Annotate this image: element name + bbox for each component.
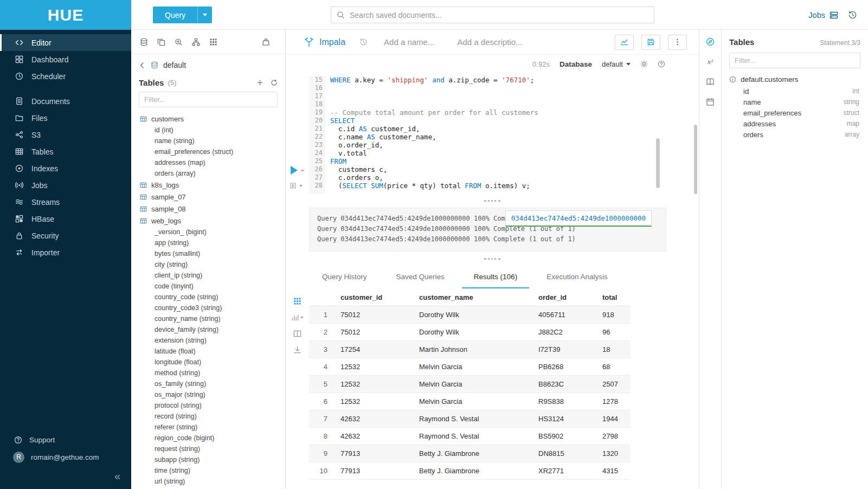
table-cell[interactable]: 18 <box>597 341 631 358</box>
table-row[interactable]: 842632Raymond S. VestalBS59022798 <box>309 428 631 445</box>
table-cell[interactable]: Melvin Garcia <box>414 376 533 393</box>
sidebar-item-files[interactable]: Files <box>0 110 131 126</box>
column-item[interactable]: _version_ (bigint) <box>140 227 285 237</box>
table-row[interactable]: 175012Dorothy Wilk4056711918 <box>309 306 631 324</box>
bag-icon[interactable] <box>262 38 270 46</box>
sidebar-item-hbase[interactable]: HBase <box>0 210 131 227</box>
resize-handle[interactable] <box>286 194 699 208</box>
query-description-field[interactable]: Add a descriptio... <box>457 37 522 47</box>
sidebar-item-dashboard[interactable]: Dashboard <box>0 51 131 68</box>
right-filter-input[interactable] <box>729 53 860 68</box>
column-item[interactable]: ordersarray <box>729 129 860 140</box>
column-item[interactable]: device_family (string) <box>140 324 285 335</box>
table-row[interactable]: 317254Martin JohnsonI72T3918 <box>309 341 631 358</box>
table-cell[interactable]: BS5902 <box>533 428 597 445</box>
column-item[interactable]: url (string) <box>140 476 285 487</box>
tables-filter-input[interactable] <box>139 92 278 107</box>
column-item[interactable]: referer (string) <box>140 422 285 433</box>
query-button[interactable]: Query <box>153 7 197 23</box>
hue-logo[interactable]: HUE <box>0 0 131 30</box>
column-item[interactable]: extension (string) <box>140 335 285 346</box>
column-item[interactable]: os_major (string) <box>140 389 285 400</box>
table-cell[interactable]: Dorothy Wilk <box>414 306 533 324</box>
column-item[interactable]: request (string) <box>140 443 285 454</box>
column-item[interactable]: country_name (string) <box>140 313 285 324</box>
table-row[interactable]: 1077913Betty J. GiambroneXR27714315 <box>309 462 631 480</box>
table-cell[interactable]: 918 <box>597 306 631 324</box>
column-item[interactable]: country_code (string) <box>140 292 285 303</box>
engine-name[interactable]: Impala <box>319 37 345 47</box>
column-item[interactable]: protocol (string) <box>140 400 285 411</box>
table-item[interactable]: k8s_logs <box>140 179 285 191</box>
column-item[interactable]: record (string) <box>140 411 285 422</box>
table-cell[interactable]: 75012 <box>335 324 414 341</box>
docs-icon[interactable] <box>706 78 715 86</box>
database-icon[interactable] <box>140 38 148 46</box>
column-item[interactable]: id (int) <box>140 125 285 136</box>
help-icon[interactable] <box>658 60 665 68</box>
table-cell[interactable]: DN8815 <box>533 445 597 462</box>
column-item[interactable]: longitude (float) <box>140 357 285 368</box>
back-chevron-icon[interactable] <box>139 62 146 69</box>
table-item[interactable]: sample_08 <box>140 203 285 215</box>
table-cell[interactable]: 12532 <box>335 376 414 393</box>
tab-results-106[interactable]: Results (106) <box>462 266 529 288</box>
sidebar-item-tables[interactable]: Tables <box>0 143 131 160</box>
results-grid-icon[interactable] <box>293 297 301 305</box>
table-row[interactable]: 742632Raymond S. VestalHS31241944 <box>309 410 631 428</box>
table-cell[interactable]: PB6268 <box>533 358 597 376</box>
sidebar-item-streams[interactable]: Streams <box>0 194 131 210</box>
sidebar-item-jobs[interactable]: Jobs <box>0 177 131 194</box>
tab-saved-queries[interactable]: Saved Queries <box>384 266 456 288</box>
sitemap-icon[interactable] <box>192 38 200 46</box>
column-item[interactable]: orders (array) <box>140 168 285 179</box>
table-cell[interactable]: 12532 <box>335 358 414 376</box>
table-cell[interactable]: 2798 <box>597 428 631 445</box>
table-row[interactable]: 977913Betty J. GiambroneDN88151320 <box>309 445 631 462</box>
column-item[interactable]: subapp (string) <box>140 454 285 465</box>
column-header[interactable]: total <box>597 288 631 306</box>
table-item[interactable]: sample_07 <box>140 191 285 203</box>
column-item[interactable]: os_family (string) <box>140 378 285 389</box>
sidebar-item-scheduler[interactable]: Scheduler <box>0 68 131 85</box>
support-link[interactable]: Support <box>0 431 131 448</box>
table-cell[interactable]: Raymond S. Vestal <box>414 410 533 428</box>
column-header[interactable] <box>309 288 335 306</box>
results-chart-icon[interactable] <box>291 313 304 321</box>
collapse-sidebar-button[interactable]: « <box>0 466 131 485</box>
column-item[interactable]: addresses (map) <box>140 157 285 168</box>
table-cell[interactable]: J882C2 <box>533 324 597 341</box>
editor-scrollbar[interactable] <box>694 125 697 194</box>
jobs-link[interactable]: Jobs <box>808 11 838 20</box>
table-cell[interactable]: HS3124 <box>533 410 597 428</box>
refresh-icon[interactable] <box>271 79 278 86</box>
sidebar-item-indexes[interactable]: Indexes <box>0 160 131 177</box>
table-cell[interactable]: 1944 <box>597 410 631 428</box>
table-cell[interactable]: Martin Johnson <box>414 341 533 358</box>
table-row[interactable]: 512532Melvin GarciaB8623C2507 <box>309 376 631 393</box>
table-cell[interactable]: 4056711 <box>533 306 597 324</box>
table-cell[interactable]: 1278 <box>597 393 631 410</box>
table-cell[interactable]: 77913 <box>335 462 414 480</box>
zoom-plus-icon[interactable] <box>175 38 183 46</box>
sidebar-item-importer[interactable]: Importer <box>0 244 131 261</box>
table-cell[interactable]: XR2771 <box>533 462 597 480</box>
add-table-icon[interactable] <box>256 79 263 86</box>
user-menu[interactable]: R romain@gethue.com <box>0 448 131 466</box>
table-cell[interactable]: 77913 <box>335 445 414 462</box>
table-cell[interactable]: 4315 <box>597 462 631 480</box>
resize-handle[interactable] <box>286 252 699 266</box>
column-item[interactable]: code (tinyint) <box>140 281 285 292</box>
tab-execution-analysis[interactable]: Execution Analysis <box>535 266 620 288</box>
results-columns-icon[interactable] <box>293 330 301 338</box>
column-header[interactable]: customer_name <box>414 288 533 306</box>
table-cell[interactable]: Dorothy Wilk <box>414 324 533 341</box>
compass-icon[interactable] <box>706 37 715 46</box>
table-cell[interactable]: 75012 <box>335 306 414 324</box>
table-cell[interactable]: 42632 <box>335 410 414 428</box>
sidebar-item-s3[interactable]: S3 <box>0 126 131 143</box>
more-actions-button[interactable] <box>668 35 687 50</box>
column-item[interactable]: app (string) <box>140 237 285 248</box>
table-row[interactable]: 412532Melvin GarciaPB626868 <box>309 358 631 376</box>
functions-icon[interactable]: x² <box>708 57 713 66</box>
